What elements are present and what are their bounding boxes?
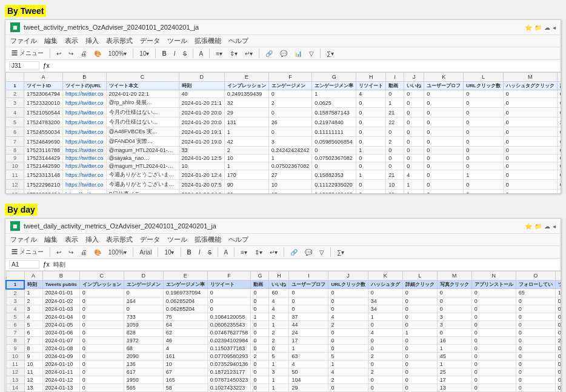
menu-help-day[interactable]: ヘルプ	[228, 235, 248, 244]
menu-tools-tweet[interactable]: ツール	[167, 36, 187, 45]
toolbar-redo-day[interactable]: ↪	[66, 248, 76, 256]
menu-format-tweet[interactable]: 表示形式	[106, 36, 133, 45]
cell-tweet-3-11: 0	[464, 118, 503, 127]
toolbar-zoom-day[interactable]: 100%▾	[106, 248, 130, 256]
toolbar-print-day[interactable]: 🖨	[78, 248, 89, 256]
table-row-tweet-2: 417521050544https://twitter.co今月の仕様はない…2…	[6, 108, 561, 118]
cell-day-10-8: 50	[289, 368, 328, 376]
toolbar-func-day[interactable]: ∑▾	[335, 248, 347, 256]
toolbar-align-tweet[interactable]: ≡▾	[213, 50, 225, 58]
cell-day-2-1: 2024-01-03	[42, 305, 79, 313]
row-num-tweet-0: 2	[6, 90, 24, 98]
table-wrapper-day[interactable]: A B C D E F G H I J K L M N O P Q	[5, 271, 561, 392]
toolbar-filter-tweet[interactable]: ▽	[307, 50, 316, 58]
toolbar-bold-day[interactable]: B	[185, 248, 194, 256]
menu-file-tweet[interactable]: ファイル	[10, 36, 37, 45]
row-num-tweet-3: 5	[6, 118, 24, 127]
toolbar-strikethrough-tweet[interactable]: S̶	[181, 50, 189, 58]
cell-tweet-4-4: 1	[224, 127, 268, 137]
toolbar-comment-day[interactable]: 💬	[302, 248, 315, 256]
toolbar-paint-tweet[interactable]: 🎨	[92, 50, 104, 58]
cell-day-10-15: 0	[555, 368, 561, 376]
table-row-day-1: 322024-01-0201640.0628520400400340000000…	[6, 297, 561, 305]
cell-tweet-4-13: 0	[557, 127, 561, 137]
menu-file-day[interactable]: ファイル	[10, 235, 37, 244]
toolbar-align-day[interactable]: ≡▾	[238, 248, 250, 256]
menu-view-day[interactable]: 表示	[65, 235, 78, 244]
cell-tweet-3-0: 17524783200	[24, 118, 63, 127]
cell-day-9-11: 0	[402, 360, 437, 368]
cell-tweet-11-11: 2	[464, 190, 503, 194]
cell-tweet-4-1: https://twitter.co	[63, 127, 107, 137]
toolbar-undo-tweet[interactable]: ↩	[54, 50, 64, 58]
table-wrapper-tweet[interactable]: A B C D E F G H I J K L M N O P Q	[5, 72, 561, 193]
day-hdr-hashtag: 詳細クリック	[402, 281, 437, 289]
cell-day-11-15: 0	[555, 376, 561, 384]
toolbar-fill-tweet[interactable]: A	[197, 50, 206, 58]
toolbar-font-size-day[interactable]: 10▾	[162, 248, 176, 256]
menu-tools-day[interactable]: ツール	[167, 235, 187, 244]
toolbar-link-day[interactable]: 🔗	[288, 248, 300, 256]
menu-data-day[interactable]: データ	[140, 235, 160, 244]
toolbar-font-tweet[interactable]: 10▾	[137, 50, 151, 58]
cell-day-1-1: 2024-01-02	[42, 297, 79, 305]
menu-data-tweet[interactable]: データ	[140, 36, 160, 45]
toolbar-link-tweet[interactable]: 🔗	[263, 50, 275, 58]
toolbar-menu-day[interactable]: ☰ メニュー	[9, 247, 46, 257]
menubar-day: ファイル 編集 表示 挿入 表示形式 データ ツール 拡張機能 ヘルプ	[5, 234, 561, 246]
menu-insert-day[interactable]: 挿入	[85, 235, 99, 244]
toolbar-undo-day[interactable]: ↩	[54, 248, 64, 256]
toolbar-bold-tweet[interactable]: B	[159, 50, 168, 58]
cell-tweet-3-7: 0	[356, 118, 386, 127]
cell-tweet-5-12: 0	[503, 137, 557, 147]
cell-day-0-5: 0	[207, 289, 251, 297]
cell-tweet-3-2: 今月の仕様はない…	[106, 118, 179, 127]
toolbar-redo-tweet[interactable]: ↪	[66, 50, 76, 58]
toolbar-func-tweet[interactable]: ∑▾	[324, 50, 336, 58]
day-hdr-imp: エンゲージメン	[124, 281, 163, 289]
toolbar-filter-day[interactable]: ▽	[317, 248, 327, 256]
toolbar-font-day[interactable]: Arial	[137, 248, 154, 256]
cell-day-11-9: 2	[328, 376, 368, 384]
cell-tweet-11-6: 0.13975400482	[312, 190, 356, 194]
menu-extensions-tweet[interactable]: 拡張機能	[195, 36, 221, 45]
cell-day-11-13: 0	[471, 376, 516, 384]
toolbar-paint-day[interactable]: 🎨	[92, 248, 104, 256]
cell-day-7-3: 68	[124, 344, 163, 352]
toolbar-chart-tweet[interactable]: 📊	[292, 50, 304, 58]
cell-tweet-8-3: 10	[179, 162, 224, 170]
toolbar-italic-day[interactable]: I	[196, 248, 203, 256]
toolbar-zoom-tweet[interactable]: 100%▾	[106, 50, 130, 58]
cell-tweet-9-6: 0.15882353	[312, 170, 356, 180]
toolbar-wrap-day[interactable]: ↵▾	[267, 248, 280, 256]
cell-day-9-8: 4	[289, 360, 328, 368]
toolbar-strikethrough-day[interactable]: S̶	[205, 248, 214, 256]
row-num-day-5: 7	[6, 328, 24, 336]
hdr-url: ツイートの(URL	[63, 82, 107, 90]
toolbar-valign-tweet[interactable]: ⇕▾	[227, 50, 240, 58]
toolbar-print-tweet[interactable]: 🖨	[78, 50, 89, 58]
cell-tweet-5-1: https://twitter.co	[63, 137, 107, 147]
toolbar-comment-tweet[interactable]: 💬	[278, 50, 290, 58]
toolbar-wrap-tweet[interactable]: ↵▾	[242, 50, 255, 58]
menu-edit-day[interactable]: 編集	[44, 235, 58, 244]
toolbar-italic-tweet[interactable]: I	[171, 50, 178, 58]
col-F-tweet: F	[268, 73, 312, 82]
menu-view-tweet[interactable]: 表示	[65, 36, 78, 45]
cell-day-1-9: 0	[328, 297, 368, 305]
menu-insert-tweet[interactable]: 挿入	[85, 36, 99, 45]
cell-day-3-14: 0	[516, 313, 555, 321]
cell-day-4-8: 44	[289, 321, 328, 328]
cell-day-1-7: 4	[269, 297, 289, 305]
menu-format-day[interactable]: 表示形式	[106, 235, 133, 244]
toolbar-menu-tweet[interactable]: ☰ メニュー	[9, 48, 46, 58]
menu-extensions-day[interactable]: 拡張機能	[195, 235, 221, 244]
col-C-tweet: C	[106, 73, 179, 82]
menu-edit-tweet[interactable]: 編集	[44, 36, 58, 45]
cell-tweet-4-8: 0	[386, 127, 404, 137]
day-hdr-photo: アプリンストール	[471, 281, 516, 289]
toolbar-valign-day[interactable]: ⇕▾	[252, 248, 265, 256]
cell-day-9-12: 1	[437, 360, 471, 368]
menu-help-tweet[interactable]: ヘルプ	[228, 36, 248, 45]
toolbar-fill-day[interactable]: A	[222, 248, 231, 256]
